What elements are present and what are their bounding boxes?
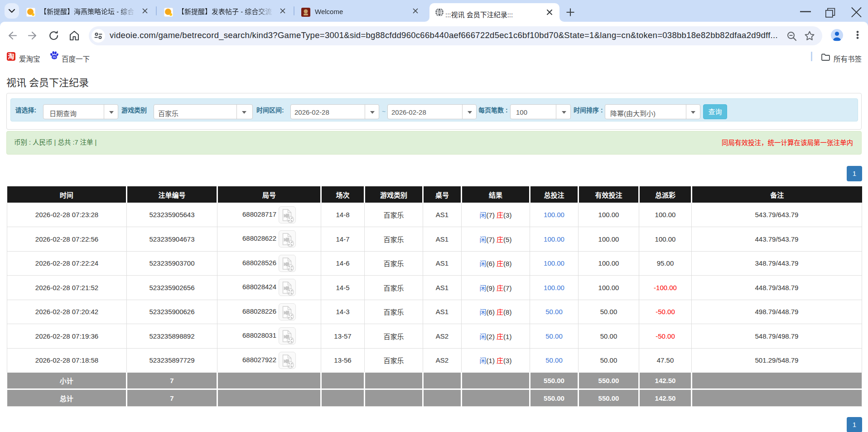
- svg-text:du: du: [53, 55, 56, 58]
